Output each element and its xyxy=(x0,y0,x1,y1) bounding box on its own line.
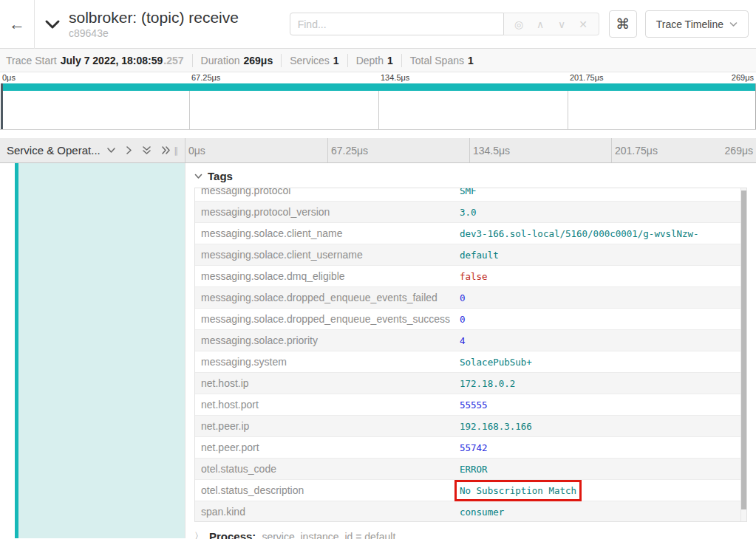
tag-value: 0 xyxy=(460,292,746,303)
minimap-span-bar xyxy=(1,83,755,91)
target-icon[interactable]: ◎ xyxy=(508,18,530,30)
chevron-down-icon xyxy=(44,18,61,30)
trace-total-spans: Total Spans 1 xyxy=(402,55,482,66)
tag-key: span.kind xyxy=(195,506,460,518)
tag-value: 55742 xyxy=(460,442,746,453)
tag-value: dev3-166.sol-local/5160/000c0001/g-wvslN… xyxy=(460,228,746,239)
process-section-toggle[interactable]: 〉 Process: service_instance_id = default xyxy=(194,530,747,539)
column-resize-grip[interactable]: ∥ xyxy=(174,145,180,156)
tag-key: messaging.system xyxy=(195,356,460,368)
tags-section-title: Tags xyxy=(208,170,233,182)
tag-key: messaging.solace.dropped_enqueue_events_… xyxy=(195,313,460,325)
tag-row[interactable]: messaging.solace.priority 4 xyxy=(195,330,746,351)
tag-row[interactable]: otel.status_code ERROR xyxy=(195,459,746,480)
tag-row[interactable]: messaging.protocol SMF xyxy=(195,188,746,202)
tag-row[interactable]: messaging.solace.dropped_enqueue_events_… xyxy=(195,287,746,309)
tag-key: net.host.ip xyxy=(195,377,460,389)
find-group: ◎ ∧ ∨ ✕ xyxy=(290,13,599,35)
tag-key: net.peer.port xyxy=(195,442,460,453)
tick-label: 67.25μs xyxy=(191,73,220,82)
tag-value: 55555 xyxy=(460,399,746,411)
span-name-column[interactable] xyxy=(0,163,185,538)
keyboard-shortcuts-button[interactable]: ⌘ xyxy=(609,10,637,38)
tag-row[interactable]: messaging.protocol_version 3.0 xyxy=(195,202,746,223)
tag-row[interactable]: net.peer.port 55742 xyxy=(195,437,746,459)
service-operation-label: Service & Operat... xyxy=(7,144,101,157)
process-summary: service_instance_id = default xyxy=(262,531,395,539)
tick-label: 201.75μs xyxy=(570,73,603,82)
tag-value: 172.18.0.2 xyxy=(460,378,746,389)
trace-start: Trace Start July 7 2022, 18:08:59.257 xyxy=(6,55,192,66)
double-chevron-down-icon[interactable] xyxy=(142,145,151,156)
tag-row[interactable]: otel.status_description No Subscription … xyxy=(195,480,746,501)
trace-collapse-toggle[interactable] xyxy=(44,18,61,30)
minimap-ruler: 0μs 67.25μs 134.5μs 201.75μs 269μs xyxy=(0,72,756,83)
trace-duration: Duration 269μs xyxy=(193,55,282,66)
tag-key: messaging.solace.priority xyxy=(195,334,460,346)
next-match-icon[interactable]: ∨ xyxy=(551,18,573,30)
minimap-canvas[interactable] xyxy=(0,83,756,130)
tag-key: otel.status_code xyxy=(195,463,460,475)
prev-match-icon[interactable]: ∧ xyxy=(530,18,551,30)
back-button[interactable]: ← xyxy=(0,0,35,49)
tag-key: net.host.port xyxy=(195,399,460,411)
tag-key: messaging.solace.dmq_eligible xyxy=(195,270,460,282)
expand-one-icon[interactable] xyxy=(126,145,132,155)
tag-key: otel.status_description xyxy=(195,484,460,496)
tags-section-toggle[interactable]: Tags xyxy=(194,170,747,182)
tag-row[interactable]: messaging.solace.client_username default xyxy=(195,244,746,266)
tag-key: messaging.protocol_version xyxy=(195,206,460,218)
view-dropdown-button[interactable]: Trace Timeline xyxy=(645,10,749,38)
trace-minimap[interactable]: 0μs 67.25μs 134.5μs 201.75μs 269μs xyxy=(0,72,756,133)
chevron-down-icon xyxy=(194,174,202,179)
back-arrow-icon: ← xyxy=(9,15,25,34)
clear-find-icon[interactable]: ✕ xyxy=(573,18,594,30)
view-dropdown-label: Trace Timeline xyxy=(656,18,723,30)
tag-value: consumer xyxy=(460,507,746,518)
tags-scrollbar[interactable] xyxy=(740,188,746,521)
tag-row[interactable]: messaging.solace.client_name dev3-166.so… xyxy=(195,223,746,244)
service-operation-header: Service & Operat... ∥ xyxy=(0,138,185,162)
chevron-right-icon: 〉 xyxy=(194,530,203,539)
tag-row[interactable]: messaging.solace.dmq_eligible false xyxy=(195,266,746,287)
tags-table: messaging.protocol SMF messaging.protoco… xyxy=(194,188,747,522)
collapse-all-icon[interactable] xyxy=(106,147,116,154)
span-detail-row: Tags messaging.protocol SMF messaging.pr… xyxy=(0,163,756,538)
double-chevron-right-icon[interactable] xyxy=(161,145,171,155)
tag-row[interactable]: net.peer.ip 192.168.3.166 xyxy=(195,416,746,437)
tag-key: messaging.solace.client_name xyxy=(195,227,460,239)
tag-row[interactable]: messaging.solace.dropped_enqueue_events_… xyxy=(195,309,746,330)
tag-row[interactable]: span.kind consumer xyxy=(195,501,746,522)
tag-key: messaging.solace.client_username xyxy=(195,249,460,261)
process-label: Process: xyxy=(209,530,256,539)
chevron-down-icon xyxy=(729,21,738,27)
ruler-cell: 134.5μs xyxy=(469,138,611,162)
tag-value: ERROR xyxy=(460,464,746,475)
tag-value: SMF xyxy=(460,188,746,196)
trace-summary-bar: Trace Start July 7 2022, 18:08:59.257 Du… xyxy=(0,49,756,72)
ruler-cell: 0μs xyxy=(185,138,327,162)
tag-row[interactable]: messaging.system SolacePubSub+ xyxy=(195,351,746,373)
tag-value: No Subscription Match xyxy=(460,485,746,496)
timeline-header-row: Service & Operat... ∥ 0μs xyxy=(0,138,756,163)
find-tools: ◎ ∧ ∨ ✕ xyxy=(504,13,599,35)
range-scrubber-left[interactable] xyxy=(1,83,3,129)
trace-title-block: solbroker: (topic) receive c89643e xyxy=(69,9,239,38)
tag-row[interactable]: net.host.port 55555 xyxy=(195,394,746,416)
tag-value: SolacePubSub+ xyxy=(460,357,746,368)
ruler-cell: 201.75μs 269μs xyxy=(611,138,756,162)
trace-services: Services 1 xyxy=(282,55,347,66)
tag-key: messaging.solace.dropped_enqueue_events_… xyxy=(195,292,460,303)
tag-value: 4 xyxy=(460,335,746,346)
find-input[interactable] xyxy=(290,13,504,35)
tag-value: 0 xyxy=(460,314,746,325)
tag-row[interactable]: net.host.ip 172.18.0.2 xyxy=(195,373,746,394)
tick-label: 0μs xyxy=(2,73,16,82)
tag-value: 3.0 xyxy=(460,207,746,218)
trace-id: c89643e xyxy=(69,27,239,39)
trace-timeline-page: ← solbroker: (topic) receive c89643e ◎ ∧… xyxy=(0,0,756,539)
tag-key: messaging.protocol xyxy=(195,188,460,196)
tick-label: 134.5μs xyxy=(381,73,409,82)
scrollbar-thumb[interactable] xyxy=(741,190,747,509)
tick-label: 269μs xyxy=(732,73,754,82)
